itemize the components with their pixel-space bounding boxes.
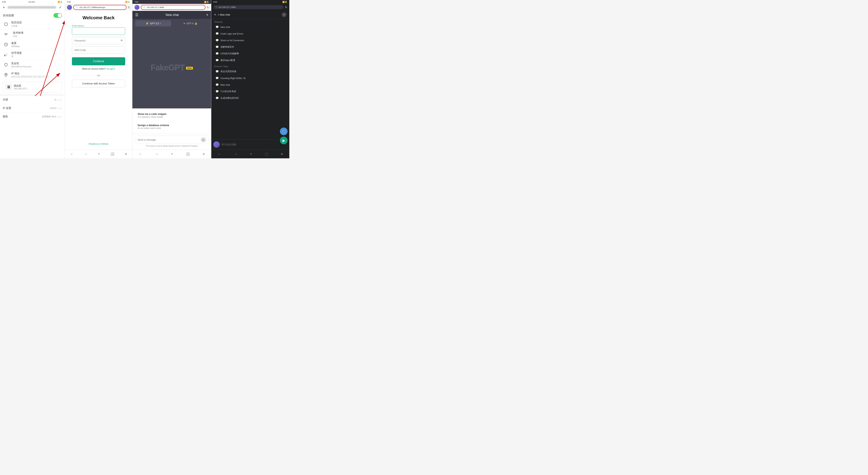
send-button[interactable]: ▶: [201, 137, 206, 142]
chat-new-tab-button[interactable]: +: [168, 151, 176, 157]
history-scroll[interactable]: Yesterday 💬 New chat 💬 Code Logic and Er…: [211, 19, 289, 139]
model-tabs: ⚡ GPT-3.5 ℹ ✦ GPT-4 🔒: [132, 19, 211, 28]
chat-input[interactable]: [137, 138, 199, 141]
history-user-avatar: [213, 141, 220, 148]
chat-icon-3: 💬: [216, 39, 219, 42]
tech-standard-subtitle: 代码: [13, 35, 24, 38]
chat-icon-5: 💬: [216, 52, 219, 55]
auto-connect-toggle[interactable]: [54, 13, 62, 18]
history-new-tab-button[interactable]: +: [247, 151, 255, 157]
chat-refresh-button[interactable]: ↻: [207, 6, 209, 9]
login-content: Welcome Back Email address 👁 Continue Ne…: [65, 11, 132, 149]
action-buttons: ⬚ ▶: [280, 128, 287, 144]
menu-button[interactable]: ≡: [122, 151, 130, 157]
login-bottom-nav: ← → + ⬜ ≡: [65, 149, 132, 158]
history-item-crawler[interactable]: 💬 生成访爬虫四代码: [213, 95, 288, 101]
suggestion-database[interactable]: Design a database schema for an online m…: [135, 122, 208, 132]
panel-login: 9:00 📶🔋 🛡 192.168.137.1:8888/auth/login …: [65, 0, 132, 158]
tab-overview-button[interactable]: ⬜: [108, 151, 117, 157]
chat-menu-button[interactable]: ≡: [200, 151, 208, 157]
continue-button[interactable]: Continue: [72, 57, 125, 65]
email-input[interactable]: [72, 28, 125, 35]
history-item-nginx[interactable]: 💬 修议Nginx配置: [213, 57, 288, 64]
suggestion-sticky-header[interactable]: Show me a code snippet of a website's st…: [135, 110, 208, 120]
item-short-int: Short vs Int Conversion: [220, 39, 244, 42]
chat-icon-8: 💬: [216, 76, 219, 80]
access-token-text: Need an access token? Go get it: [82, 67, 115, 70]
chat-icon-2: 💬: [216, 32, 219, 35]
chat-forward-button[interactable]: →: [152, 151, 161, 157]
login-title: Welcome Back: [83, 15, 115, 21]
new-tab-button[interactable]: +: [95, 151, 102, 157]
tab-gpt4[interactable]: ✦ GPT-4 🔒: [173, 20, 209, 27]
password-input[interactable]: [72, 37, 125, 44]
refresh-button[interactable]: ↻: [128, 6, 130, 9]
status-info-subtitle: 已连接: [11, 25, 62, 28]
or-divider: OR: [72, 74, 125, 77]
bolt-icon: ⚡: [145, 22, 149, 25]
go-get-it-link[interactable]: Go get it: [106, 67, 115, 70]
history-item-short-int[interactable]: 💬 Short vs Int Conversion: [213, 37, 288, 44]
history-item-cdn[interactable]: 💬 CDN反代功能解释: [213, 50, 288, 57]
history-back-button[interactable]: ←: [215, 151, 224, 157]
chat-time: 7:02: [134, 1, 138, 3]
new-chat-bar: ✎ + New chat ×: [211, 10, 289, 19]
email-label: Email address: [72, 25, 125, 27]
history-item-new-chat-2[interactable]: 💬 New chat: [213, 81, 288, 88]
github-link[interactable]: Pandora on GitHub: [89, 139, 108, 145]
tab-gpt35[interactable]: ⚡ GPT-3.5 ℹ: [135, 20, 171, 27]
hamburger-menu-icon[interactable]: ☰: [135, 13, 138, 17]
history-tab-overview-button[interactable]: ⬚: [262, 151, 271, 157]
ip-settings-row[interactable]: IP 设置 DHCP ▲▼: [0, 104, 65, 112]
privacy-row[interactable]: 隐私 使用随机 MAC ▲▼: [0, 112, 65, 121]
info-badge-icon: ℹ: [160, 22, 161, 25]
login-time: 9:00: [67, 1, 71, 3]
suggestion-title-2: Design a database schema: [138, 124, 206, 127]
item-emotion: 误解情绪应对: [220, 45, 234, 48]
router-name: 路由器: [14, 84, 27, 88]
history-item-tls[interactable]: 💬 TLS安全性考虑: [213, 88, 288, 95]
login-url-bar[interactable]: 🛡 192.168.137.1:8888/auth/login: [73, 5, 126, 10]
network-nav-bar: × ✓: [0, 4, 65, 11]
history-signal: 📶🔋: [282, 1, 287, 3]
confirm-button[interactable]: ✓: [59, 5, 62, 9]
history-url-bar[interactable]: 🛡 192.168.137.1:8888: [213, 5, 283, 9]
proxy-row[interactable]: 代理 元 ▲▼: [0, 96, 65, 104]
history-forward-button[interactable]: →: [231, 151, 240, 157]
auto-connect-label: 自动连接: [3, 14, 14, 18]
fakegpt-logo: FakeGPT: [151, 63, 185, 72]
login-status-bar: 9:00 📶🔋: [65, 0, 132, 4]
history-refresh-button[interactable]: ↻: [285, 6, 287, 9]
signal-title: 信号强度: [11, 51, 62, 55]
mfa-input[interactable]: [72, 46, 125, 54]
chat-url-bar[interactable]: 🛡 192.168.137.1:8888: [141, 5, 205, 10]
or-label: OR: [97, 74, 100, 77]
password-form-group: 👁: [72, 37, 125, 44]
tech-section: 技术标准 代码: [0, 29, 65, 40]
close-history-button[interactable]: ×: [282, 12, 286, 17]
new-chat-plus-button[interactable]: +: [206, 12, 208, 17]
speed-title: 速度: [11, 41, 62, 45]
network-item-security: 安全性 WPA/WPA2-Personal: [0, 60, 65, 70]
back-button[interactable]: ←: [67, 151, 76, 157]
history-menu-button[interactable]: ≡: [278, 151, 286, 157]
new-chat-button[interactable]: ✎ + New chat: [214, 13, 230, 16]
chat-tab-overview-button[interactable]: ⬜: [183, 151, 192, 157]
history-item-emotion[interactable]: 💬 误解情绪应对: [213, 44, 288, 50]
history-item-counting[interactable]: 💬 Counting Right Shifts: 32: [213, 75, 288, 81]
chat-icon-4: 💬: [216, 45, 219, 48]
panel-network: 9:00 33.1K/s 📶🔋 × ✓ 自动连接 状态信息 已连接 技术标准 代…: [0, 0, 65, 158]
divider: [0, 94, 65, 96]
history-item-new-chat-1[interactable]: 💬 New chat: [213, 24, 288, 30]
privacy-arrow-icon: ▲▼: [58, 115, 62, 118]
chat-back-button[interactable]: ←: [136, 151, 145, 157]
forward-button[interactable]: →: [81, 151, 90, 157]
eye-icon[interactable]: 👁: [120, 39, 123, 42]
screenshot-button[interactable]: ⬚: [280, 128, 287, 135]
access-token-button[interactable]: Continue with Access Token: [72, 80, 125, 87]
history-item-expression[interactable]: 💬 表达式类型转换: [213, 68, 288, 75]
subnet-device-box[interactable]: 🖥 路由器 192.168.137.1: [3, 81, 62, 93]
history-item-code-logic[interactable]: 💬 Code Logic and Errors: [213, 30, 288, 37]
close-button[interactable]: ×: [3, 5, 5, 9]
network-item-speed: 速度 286Mbps: [0, 40, 65, 49]
